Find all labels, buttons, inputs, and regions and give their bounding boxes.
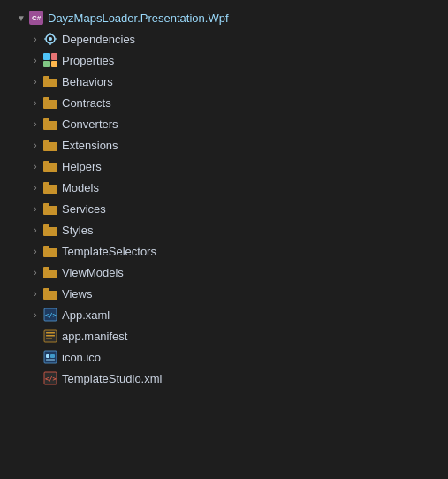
contracts-folder-icon: [42, 95, 58, 110]
helpers-folder-icon: [42, 158, 58, 174]
templateselectors-chevron[interactable]: ›: [28, 247, 42, 256]
properties-label: Properties: [62, 54, 114, 67]
tree-item-appxaml[interactable]: › </> App.xaml: [0, 304, 448, 325]
props-grid-icon: [43, 53, 57, 67]
contracts-chevron[interactable]: ›: [28, 98, 42, 108]
converters-folder-icon: [42, 116, 58, 132]
tree-item-templatestudio[interactable]: › </> TemplateStudio.xml: [0, 368, 448, 389]
svg-rect-14: [50, 354, 55, 358]
tree-item-styles[interactable]: › Styles: [0, 219, 448, 240]
services-folder-icon: [42, 201, 58, 217]
project-icon: C#: [28, 10, 44, 26]
models-chevron[interactable]: ›: [28, 183, 42, 193]
viewmodels-chevron[interactable]: ›: [28, 268, 42, 278]
appxaml-label: App.xaml: [62, 308, 110, 322]
appxaml-chevron[interactable]: ›: [28, 310, 42, 320]
converters-chevron[interactable]: ›: [28, 119, 42, 129]
dependencies-chevron[interactable]: ›: [28, 34, 42, 44]
tree-item-dependencies[interactable]: › Dependencies: [0, 28, 448, 49]
solution-explorer-tree: ▼ C# DayzMapsLoader.Presentation.Wpf › D…: [0, 0, 448, 396]
styles-label: Styles: [62, 224, 93, 237]
tree-item-models[interactable]: › Models: [0, 177, 448, 198]
viewmodels-folder-icon: [42, 264, 58, 280]
views-folder-icon: [42, 285, 58, 301]
svg-rect-10: [46, 335, 55, 337]
services-chevron[interactable]: ›: [28, 204, 42, 214]
svg-text:</>: </>: [45, 376, 57, 383]
tree-item-properties[interactable]: › Properties: [0, 49, 448, 71]
root-chevron[interactable]: ▼: [14, 13, 28, 23]
styles-folder-icon: [42, 222, 58, 238]
tree-item-views[interactable]: › Views: [0, 283, 448, 304]
helpers-label: Helpers: [62, 160, 102, 173]
styles-chevron[interactable]: ›: [28, 225, 42, 235]
ico-file-icon: [42, 349, 58, 365]
services-label: Services: [62, 202, 106, 216]
tree-item-services[interactable]: › Services: [0, 198, 448, 219]
contracts-label: Contracts: [62, 96, 111, 110]
helpers-chevron[interactable]: ›: [28, 162, 42, 171]
templatestudio-label: TemplateStudio.xml: [62, 372, 162, 385]
dependencies-label: Dependencies: [62, 33, 135, 46]
root-project-item[interactable]: ▼ C# DayzMapsLoader.Presentation.Wpf: [0, 7, 448, 28]
views-label: Views: [62, 287, 92, 300]
tree-item-viewmodels[interactable]: › ViewModels: [0, 262, 448, 283]
templateselectors-folder-icon: [42, 243, 58, 259]
svg-rect-15: [46, 359, 55, 361]
views-chevron[interactable]: ›: [28, 289, 42, 299]
appmanifest-file-icon: [42, 328, 58, 344]
properties-icon: [42, 52, 58, 68]
tree-item-extensions[interactable]: › Extensions: [0, 134, 448, 156]
root-label: DayzMapsLoader.Presentation.Wpf: [48, 11, 229, 25]
viewmodels-label: ViewModels: [62, 266, 124, 279]
svg-rect-13: [46, 354, 49, 358]
behaviors-label: Behaviors: [62, 75, 113, 88]
templateselectors-label: TemplateSelectors: [62, 245, 156, 258]
tree-item-converters[interactable]: › Converters: [0, 113, 448, 134]
tree-item-icon[interactable]: › icon.ico: [0, 346, 448, 368]
extensions-folder-icon: [42, 137, 58, 153]
extensions-label: Extensions: [62, 139, 118, 152]
models-folder-icon: [42, 179, 58, 195]
models-label: Models: [62, 181, 99, 194]
converters-label: Converters: [62, 118, 118, 131]
tree-item-templateselectors[interactable]: › TemplateSelectors: [0, 240, 448, 262]
cs-icon: C#: [29, 11, 43, 25]
tree-item-contracts[interactable]: › Contracts: [0, 92, 448, 113]
icon-label: icon.ico: [62, 351, 101, 364]
appxaml-file-icon: </>: [42, 307, 58, 323]
behaviors-folder-icon: [42, 73, 58, 89]
extensions-chevron[interactable]: ›: [28, 141, 42, 150]
svg-rect-11: [46, 338, 52, 339]
behaviors-chevron[interactable]: ›: [28, 77, 42, 87]
dependencies-icon: [42, 31, 58, 47]
svg-rect-9: [46, 332, 55, 334]
appmanifest-label: app.manifest: [62, 330, 127, 343]
svg-text:</>: </>: [45, 312, 57, 319]
tree-item-appmanifest[interactable]: › app.manifest: [0, 325, 448, 346]
templatestudio-file-icon: </>: [42, 370, 58, 386]
tree-item-helpers[interactable]: › Helpers: [0, 156, 448, 177]
properties-chevron[interactable]: ›: [28, 56, 42, 65]
svg-point-1: [49, 37, 52, 41]
tree-item-behaviors[interactable]: › Behaviors: [0, 71, 448, 92]
